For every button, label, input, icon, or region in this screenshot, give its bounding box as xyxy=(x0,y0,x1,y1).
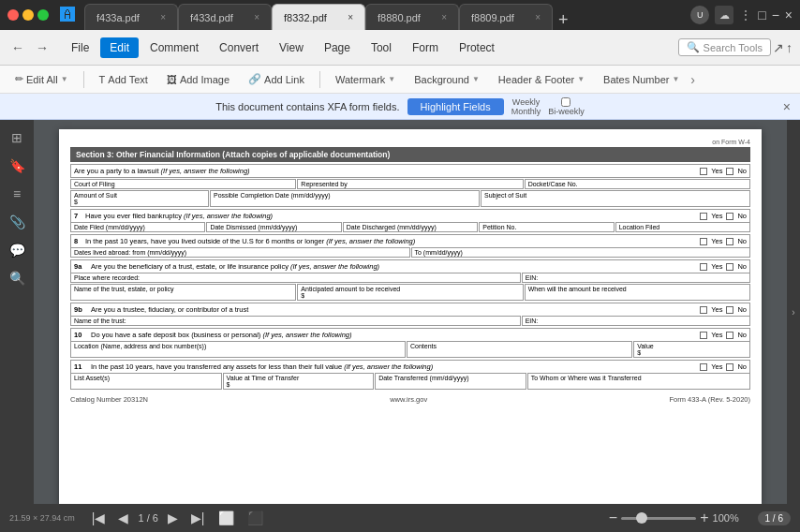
last-page-button[interactable]: ▶| xyxy=(187,509,209,527)
fit-page-button[interactable]: ⬜ xyxy=(215,509,238,527)
docket-case-field[interactable]: Docket/Case No. xyxy=(525,179,750,189)
list-assets-field[interactable]: List Asset(s) xyxy=(70,373,222,390)
menu-file[interactable]: File xyxy=(62,37,98,58)
back-button[interactable]: ← xyxy=(7,38,28,57)
tab-f8809[interactable]: f8809.pdf × xyxy=(459,4,553,30)
tab-f433a[interactable]: f433a.pdf × xyxy=(84,4,178,30)
q9a-yes-cb[interactable] xyxy=(700,263,707,271)
menu-protect[interactable]: Protect xyxy=(450,37,504,58)
xfa-close-button[interactable]: × xyxy=(783,99,791,114)
share-icon[interactable]: ↑ xyxy=(786,40,793,55)
contents-field[interactable]: Contents xyxy=(407,341,632,358)
when-received-field[interactable]: When will the amount be received xyxy=(525,284,750,301)
menu-convert[interactable]: Convert xyxy=(210,37,268,58)
ein-9b-field[interactable]: EIN: xyxy=(522,316,750,326)
q10-no-cb[interactable] xyxy=(726,332,733,339)
header-footer-button[interactable]: Header & Footer ▼ xyxy=(491,71,592,88)
window-min-btn[interactable] xyxy=(22,9,34,21)
minimize-button[interactable]: − xyxy=(772,7,779,22)
prev-page-button[interactable]: ◀ xyxy=(114,509,132,527)
dates-lived-to-field[interactable]: To (mm/dd/yyyy) xyxy=(411,247,751,258)
edit-all-button[interactable]: ✏ Edit All ▼ xyxy=(7,70,76,88)
date-filed-field[interactable]: Date Filed (mm/dd/yyyy) xyxy=(70,222,205,232)
q8-yes-cb[interactable] xyxy=(700,238,707,245)
tab-f8332[interactable]: f8332.pdf × xyxy=(272,4,365,30)
zoom-in-button[interactable]: + xyxy=(700,510,708,526)
bates-number-button[interactable]: Bates Number ▼ xyxy=(596,71,687,88)
forward-button[interactable]: → xyxy=(32,38,52,57)
tab-close-f433a[interactable]: × xyxy=(160,12,166,22)
external-link-icon[interactable]: ↗ xyxy=(773,40,784,55)
anticipated-amount-field[interactable]: Anticipated amount to be received$ xyxy=(297,284,523,301)
add-image-button[interactable]: 🖼 Add Image xyxy=(159,71,237,88)
q9b-no-cb[interactable] xyxy=(726,306,733,314)
q11-no-cb[interactable] xyxy=(726,363,733,371)
add-text-button[interactable]: T Add Text xyxy=(92,71,156,88)
amount-suit-field[interactable]: Amount of Suit$ xyxy=(70,190,209,207)
represented-by-field[interactable]: Represented by xyxy=(297,179,523,189)
tab-f8880[interactable]: f8880.pdf × xyxy=(365,4,459,30)
menu-edit[interactable]: Edit xyxy=(100,37,139,58)
q10-yes-cb[interactable] xyxy=(700,332,707,339)
tab-close-f8880[interactable]: × xyxy=(441,12,447,22)
sidebar-attachments-icon[interactable]: 📎 xyxy=(7,212,27,232)
watermark-button[interactable]: Watermark ▼ xyxy=(328,71,403,88)
q9b-yes-cb[interactable] xyxy=(700,306,707,314)
date-discharged-field[interactable]: Date Discharged (mm/dd/yyyy) xyxy=(343,222,478,232)
sidebar-pages-icon[interactable]: ⊞ xyxy=(7,127,27,148)
sidebar-search-icon[interactable]: 🔍 xyxy=(7,268,27,288)
date-dismissed-field[interactable]: Date Dismissed (mm/dd/yyyy) xyxy=(206,222,341,232)
more-options-icon[interactable]: ⋮ xyxy=(739,7,752,22)
new-tab-button[interactable]: + xyxy=(553,10,574,30)
sidebar-layers-icon[interactable]: ≡ xyxy=(7,184,27,204)
ein-field-9a[interactable]: EIN: xyxy=(522,273,750,283)
to-whom-field[interactable]: To Whom or Where was it Transferred xyxy=(527,373,750,390)
q8-no-cb[interactable] xyxy=(726,238,733,245)
add-link-button[interactable]: 🔗 Add Link xyxy=(241,70,312,88)
fit-width-button[interactable]: ⬛ xyxy=(244,509,267,527)
window-controls[interactable] xyxy=(7,9,49,21)
trust-name-field[interactable]: Name of the trust, estate, or policy xyxy=(70,284,296,301)
petition-no-field[interactable]: Petition No. xyxy=(479,222,614,232)
search-area[interactable]: 🔍 Search Tools xyxy=(678,38,771,56)
tab-close-f8809[interactable]: × xyxy=(535,12,541,22)
more-tools-icon[interactable]: › xyxy=(690,72,695,87)
background-button[interactable]: Background ▼ xyxy=(407,71,487,88)
court-of-filing-field[interactable]: Court of Filing xyxy=(70,179,296,189)
highlight-fields-button[interactable]: Highlight Fields xyxy=(407,98,504,115)
menu-comment[interactable]: Comment xyxy=(141,37,208,58)
biweekly-checkbox[interactable] xyxy=(561,97,570,107)
location-box-field[interactable]: Location (Name, address and box number(s… xyxy=(70,341,406,358)
close-button[interactable]: × xyxy=(785,7,793,22)
user-avatar[interactable]: U xyxy=(690,6,709,24)
dates-lived-from-field[interactable]: Dates lived abroad: from (mm/dd/yyyy) xyxy=(70,247,410,258)
window-close-btn[interactable] xyxy=(7,9,19,21)
menu-tool[interactable]: Tool xyxy=(362,37,401,58)
menu-view[interactable]: View xyxy=(270,37,313,58)
zoom-slider[interactable] xyxy=(621,517,696,520)
lawsuit-no-cb[interactable] xyxy=(726,168,733,175)
tab-f433d[interactable]: f433d.pdf × xyxy=(178,4,272,30)
window-max-btn[interactable] xyxy=(37,9,49,21)
q7-no-cb[interactable] xyxy=(726,213,733,220)
menu-form[interactable]: Form xyxy=(403,37,448,58)
q7-yes-cb[interactable] xyxy=(700,213,707,220)
tab-close-f433d[interactable]: × xyxy=(254,12,259,22)
first-page-button[interactable]: |◀ xyxy=(88,509,110,527)
q11-yes-cb[interactable] xyxy=(700,363,707,371)
restore-button[interactable]: □ xyxy=(758,7,765,22)
cloud-icon[interactable]: ☁ xyxy=(715,6,733,24)
subject-suit-field[interactable]: Subject of Suit xyxy=(481,190,750,207)
date-transferred-field[interactable]: Date Transferred (mm/dd/yyyy) xyxy=(375,373,526,390)
next-page-button[interactable]: ▶ xyxy=(164,509,182,527)
right-sidebar-handle[interactable]: › xyxy=(787,120,800,504)
lawsuit-yes-cb[interactable] xyxy=(700,168,707,175)
completion-date-field[interactable]: Possible Completion Date (mm/dd/yyyy) xyxy=(210,190,480,207)
value-transfer-field[interactable]: Value at Time of Transfer$ xyxy=(223,373,375,390)
trust-name-9b-field[interactable]: Name of the trust: xyxy=(70,316,521,326)
zoom-out-button[interactable]: − xyxy=(609,510,617,526)
location-filed-field[interactable]: Location Filed xyxy=(615,222,750,232)
q9a-no-cb[interactable] xyxy=(726,263,733,271)
tab-close-f8332[interactable]: × xyxy=(348,12,353,22)
box-value-field[interactable]: Value$ xyxy=(633,341,750,358)
